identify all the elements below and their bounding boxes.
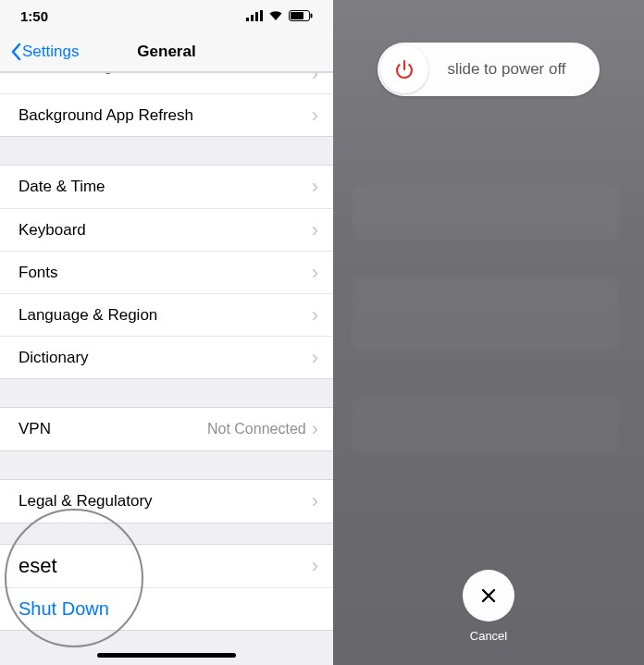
chevron-right-icon: › [312, 263, 318, 283]
row-label: Background App Refresh [19, 106, 312, 125]
row-legal-regulatory[interactable]: Legal & Regulatory › [0, 480, 333, 523]
row-label: Dictionary [19, 349, 312, 367]
row-reset[interactable]: eset › [0, 545, 333, 587]
row-label: Shut Down [19, 598, 318, 620]
chevron-right-icon: › [312, 105, 318, 126]
svg-rect-2 [255, 12, 258, 21]
svg-rect-0 [246, 18, 249, 21]
row-label: Legal & Regulatory [19, 492, 312, 511]
power-off-slider[interactable]: slide to power off [378, 43, 600, 96]
row-label: Language & Region [19, 306, 312, 325]
svg-rect-1 [251, 15, 254, 21]
row-label: VPN [19, 420, 207, 438]
row-vpn[interactable]: VPN Not Connected › [0, 408, 333, 450]
status-bar: 1:50 [0, 0, 333, 31]
cancel-area: Cancel [463, 570, 514, 643]
wifi-icon [268, 10, 283, 21]
row-language-region[interactable]: Language & Region › [0, 293, 333, 336]
chevron-right-icon: › [312, 73, 318, 84]
chevron-right-icon: › [312, 305, 318, 326]
chevron-right-icon: › [312, 556, 318, 576]
svg-rect-5 [291, 12, 303, 19]
close-icon [479, 586, 498, 605]
row-shut-down[interactable]: Shut Down [0, 587, 333, 630]
svg-rect-3 [260, 10, 263, 21]
row-detail: Not Connected [207, 421, 306, 437]
row-iphone-storage[interactable]: iPhone Storage › [0, 73, 333, 93]
list-group-reset: eset › Shut Down [0, 544, 333, 631]
chevron-right-icon: › [312, 491, 318, 511]
power-knob[interactable] [380, 45, 428, 93]
chevron-left-icon [9, 43, 22, 61]
row-keyboard[interactable]: Keyboard › [0, 208, 333, 251]
chevron-right-icon: › [312, 177, 318, 197]
row-label: Fonts [19, 264, 312, 282]
row-dictionary[interactable]: Dictionary › [0, 336, 333, 378]
battery-icon [289, 10, 313, 21]
row-label: Keyboard [19, 221, 312, 240]
row-label: iPhone Storage [19, 73, 312, 75]
back-button[interactable]: Settings [0, 43, 79, 61]
cancel-button[interactable] [463, 570, 514, 622]
signal-icon [246, 10, 263, 21]
chevron-right-icon: › [312, 419, 318, 439]
power-off-screen: slide to power off Cancel [333, 0, 644, 665]
row-label: eset [19, 554, 312, 578]
list-group-legal: Legal & Regulatory › [0, 479, 333, 523]
power-icon [392, 57, 416, 81]
power-slider-label: slide to power off [428, 60, 600, 79]
back-label: Settings [22, 43, 79, 61]
row-date-time[interactable]: Date & Time › [0, 166, 333, 208]
chevron-right-icon: › [312, 220, 318, 240]
row-label: Date & Time [19, 178, 312, 196]
row-background-app-refresh[interactable]: Background App Refresh › [0, 93, 333, 136]
nav-bar: Settings General [0, 31, 333, 72]
status-right [246, 10, 313, 21]
list-group-general: Date & Time › Keyboard › Fonts › Languag… [0, 165, 333, 379]
home-indicator[interactable] [97, 653, 236, 658]
list-group-storage: iPhone Storage › Background App Refresh … [0, 72, 333, 137]
list-group-vpn: VPN Not Connected › [0, 407, 333, 451]
chevron-right-icon: › [312, 348, 318, 368]
cancel-label: Cancel [463, 629, 514, 643]
row-fonts[interactable]: Fonts › [0, 251, 333, 293]
settings-general-screen: 1:50 Settings General iPhone Storage › [0, 0, 333, 665]
svg-rect-6 [311, 14, 313, 18]
status-time: 1:50 [20, 8, 48, 24]
